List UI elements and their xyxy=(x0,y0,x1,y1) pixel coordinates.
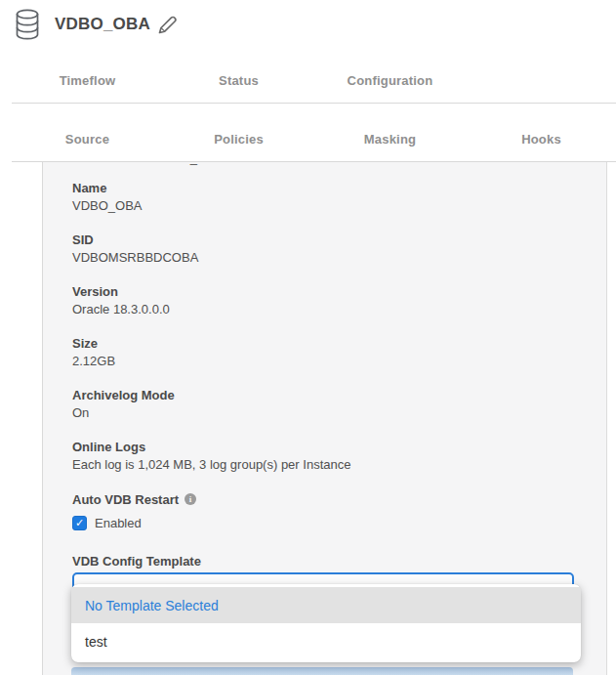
field-value: Oracle 18.3.0.0.0 xyxy=(72,301,587,318)
field-value: 2.12GB xyxy=(72,353,587,370)
field-size: Size 2.12GB xyxy=(72,335,587,370)
auto-vdb-restart-label: Auto VDB Restart xyxy=(72,492,179,507)
clipped-field-value: VDBOMSRBBDCOB_OBA xyxy=(72,162,587,165)
info-icon[interactable] xyxy=(185,493,196,505)
field-value: Each log is 1,024 MB, 3 log group(s) per… xyxy=(72,456,587,474)
field-value: VDBOMSRBBDCOBA xyxy=(72,249,587,267)
header: VDBO_OBA xyxy=(0,0,616,55)
field-label: Size xyxy=(72,335,587,353)
panel-right-divider xyxy=(606,162,607,675)
enabled-checkbox-label: Enabled xyxy=(95,516,142,530)
tab-status[interactable]: Status xyxy=(163,70,314,91)
main-tabs: Timeflow Status Configuration xyxy=(12,70,616,91)
field-label: SID xyxy=(72,232,587,249)
page-title: VDBO_OBA xyxy=(55,15,150,34)
pencil-icon xyxy=(155,25,179,40)
field-label: Name xyxy=(72,180,587,197)
subtab-source[interactable]: Source xyxy=(12,129,163,149)
dropdown-option-test[interactable]: test xyxy=(71,623,581,659)
field-value: On xyxy=(72,404,587,422)
dropdown-option-no-template[interactable]: No Template Selected xyxy=(71,587,581,623)
subtab-policies[interactable]: Policies xyxy=(163,129,314,149)
field-version: Version Oracle 18.3.0.0.0 xyxy=(72,283,587,318)
edit-name-button[interactable] xyxy=(154,14,180,39)
field-sid: SID VDBOMSRBBDCOBA xyxy=(72,232,587,267)
tab-timeflow[interactable]: Timeflow xyxy=(12,70,163,91)
auto-restart-checkbox-row: Enabled xyxy=(72,515,587,530)
tab-configuration[interactable]: Configuration xyxy=(314,70,466,91)
field-label: Online Logs xyxy=(72,439,587,456)
subtab-hooks[interactable]: Hooks xyxy=(466,129,616,149)
auto-vdb-restart-section: Auto VDB Restart xyxy=(72,490,587,508)
enabled-checkbox[interactable] xyxy=(72,516,87,530)
tabs-divider xyxy=(12,103,616,104)
subtab-masking[interactable]: Masking xyxy=(314,129,466,149)
configuration-subtabs: Source Policies Masking Hooks xyxy=(12,129,616,149)
database-icon xyxy=(14,8,41,41)
field-label: Version xyxy=(72,283,587,301)
field-value: VDBO_OBA xyxy=(72,197,587,215)
template-dropdown-menu: No Template Selected test xyxy=(71,584,581,662)
vdb-config-template-label: VDB Config Template xyxy=(72,553,587,570)
clipped-bottom-element xyxy=(71,667,573,675)
field-label: Archivelog Mode xyxy=(72,387,587,404)
vdb-configuration-screen: VDBO_OBA Timeflow Status Configuration S… xyxy=(0,0,616,675)
field-name: Name VDBO_OBA xyxy=(72,180,587,215)
field-online-logs: Online Logs Each log is 1,024 MB, 3 log … xyxy=(72,439,587,474)
field-archivelog-mode: Archivelog Mode On xyxy=(72,387,587,422)
